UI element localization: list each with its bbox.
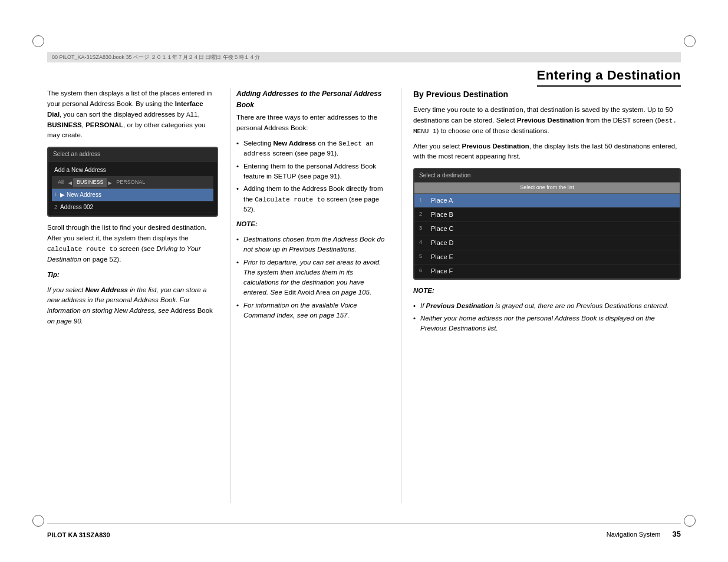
screen2-title: Select a destination — [414, 169, 680, 183]
page-title-divider — [537, 85, 681, 87]
screen1-list-item-2: 2 Address 002 — [52, 201, 213, 214]
screen2-subtitle: Select one from the list — [414, 183, 680, 194]
tab-all: All — [54, 178, 67, 187]
screen1-title: Select an address — [48, 148, 217, 161]
footer-model: PILOT KA 31SZA830 — [47, 531, 110, 538]
header-bar: 00 PILOT_KA-31SZA830.book 35 ページ ２０１１年７月… — [47, 52, 681, 62]
page-title: Entering a Destination — [537, 68, 681, 83]
page-title-area: Entering a Destination — [537, 68, 681, 87]
screen2-item-2: 2 Place B — [414, 208, 680, 222]
tab-personal: PERSONAL — [113, 178, 149, 187]
mid-note-3: For information on the available Voice C… — [236, 300, 389, 321]
screen2-item-5: 5 Place E — [414, 250, 680, 265]
content-area: The system then displays a list of the p… — [47, 88, 681, 503]
mid-column: Adding Addresses to the Personal Address… — [230, 88, 401, 503]
right-note-2: Neither your home address nor the person… — [413, 313, 681, 334]
corner-mark-bl — [32, 515, 44, 527]
screen1-list-item-1: 1 ▶ New Address — [52, 189, 213, 201]
corner-mark-tr — [684, 35, 696, 47]
screen2-item-3: 3 Place C — [414, 222, 680, 236]
right-after-text: After you select Previous Destination, t… — [413, 141, 681, 163]
screen1-tabs: All ◄ BUSINESS ► PERSONAL — [52, 177, 213, 189]
left-scroll-text: Scroll through the list to find your des… — [47, 223, 218, 265]
mid-note-list: Destinations chosen from the Address Boo… — [236, 234, 389, 320]
footer-nav-label: Navigation System — [607, 531, 661, 538]
right-intro-text: Every time you route to a destination, t… — [413, 105, 681, 137]
mid-bullet-2: Entering them to the personal Address Bo… — [236, 161, 389, 182]
footer-right: Navigation System 35 — [607, 530, 681, 538]
mid-bullet-list: Selecting New Address on the Select an a… — [236, 138, 389, 215]
mid-note-heading: NOTE: — [236, 219, 389, 230]
mid-bullet-1: Selecting New Address on the Select an a… — [236, 138, 389, 159]
tab-business: BUSINESS — [73, 178, 107, 187]
screen-select-address: Select an address Add a New Address All … — [47, 147, 218, 217]
corner-mark-br — [684, 515, 696, 527]
tab-arrow-right: ► — [107, 178, 113, 188]
right-note-list: If Previous Destination is grayed out, t… — [413, 301, 681, 334]
right-note-1: If Previous Destination is grayed out, t… — [413, 301, 681, 311]
tip-heading: Tip: — [47, 270, 218, 280]
screen1-add-row: Add a New Address — [52, 164, 213, 177]
right-column: By Previous Destination Every time you r… — [401, 88, 681, 503]
mid-note-1: Destinations chosen from the Address Boo… — [236, 234, 389, 255]
footer-line — [47, 523, 681, 524]
screen2-item-6: 6 Place F — [414, 265, 680, 279]
left-column: The system then displays a list of the p… — [47, 88, 230, 503]
right-section-heading: By Previous Destination — [413, 88, 681, 101]
left-intro-text: The system then displays a list of the p… — [47, 88, 218, 141]
screen1-body: Add a New Address All ◄ BUSINESS ► PERSO… — [48, 161, 217, 216]
screen2-item-4: 4 Place D — [414, 236, 680, 250]
mid-section-heading: Adding Addresses to the Personal Address… — [236, 88, 389, 110]
mid-note-2: Prior to departure, you can set areas to… — [236, 257, 389, 298]
tab-arrow-left: ◄ — [67, 178, 73, 188]
screen-select-destination: Select a destination Select one from the… — [413, 168, 681, 280]
tip-text: If you select New Address in the list, y… — [47, 285, 218, 327]
corner-mark-tl — [32, 35, 44, 47]
mid-intro-text: There are three ways to enter addresses … — [236, 113, 389, 134]
header-text: 00 PILOT_KA-31SZA830.book 35 ページ ２０１１年７月… — [52, 54, 260, 61]
screen2-item-1: 1 Place A — [414, 194, 680, 208]
footer-page-num: 35 — [673, 530, 681, 538]
right-note-heading: NOTE: — [413, 286, 681, 296]
mid-bullet-3: Adding them to the Address Book directly… — [236, 184, 389, 214]
